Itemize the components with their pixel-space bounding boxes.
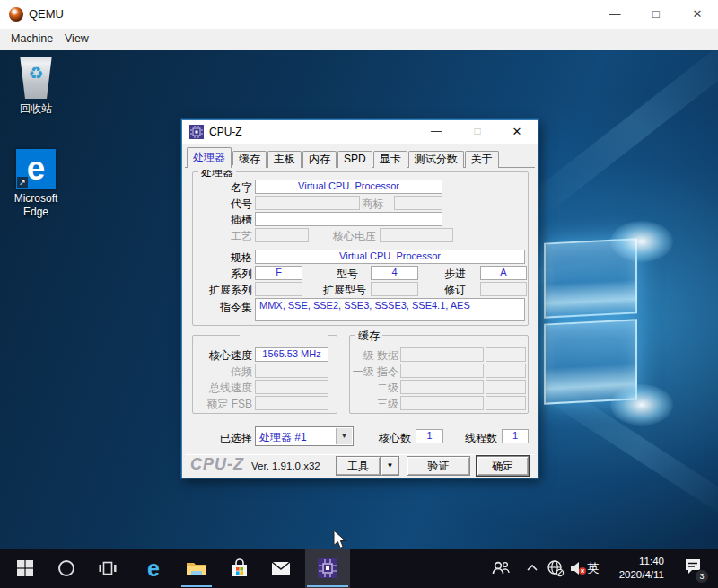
validate-button[interactable]: 验证 (407, 456, 470, 476)
selection-label: 已选择 (186, 431, 252, 446)
l3-label: 三级 (351, 397, 398, 412)
l1-data-ways-field (486, 347, 526, 362)
clock-time: 11:40 (639, 555, 664, 568)
spec-label: 规格 (186, 250, 252, 266)
family-field[interactable]: F (255, 266, 302, 280)
start-button[interactable] (7, 549, 43, 588)
instructions-field[interactable]: MMX, SSE, SSE2, SSE3, SSSE3, SSE4.1, AES (255, 298, 525, 321)
ext-model-field (371, 282, 418, 296)
dropdown-arrow-icon[interactable]: ▼ (336, 428, 352, 444)
recycle-bin-label: 回收站 (2, 102, 70, 116)
cpuz-close-button[interactable]: ✕ (502, 120, 532, 143)
qemu-window-title: QEMU (29, 7, 64, 21)
vm-screen: ♻ 回收站 e ↗ Microsoft Edge (0, 50, 718, 588)
core-speed-label: 核心速度 (186, 348, 252, 364)
notification-center-button[interactable]: 3 (675, 549, 711, 588)
processor-select-dropdown[interactable]: 处理器 #1 ▼ (255, 426, 354, 446)
name-field[interactable]: Virtual CPU Processor (255, 180, 442, 194)
desktop-icon-recycle-bin[interactable]: ♻ 回收站 (2, 56, 70, 116)
l3-field (400, 396, 484, 410)
tab-cpu[interactable]: 处理器 (187, 147, 232, 168)
tray-clock[interactable]: 11:40 2020/4/11 (607, 549, 664, 588)
multiplier-field (255, 364, 328, 378)
l1-data-label: 一级 数据 (351, 348, 398, 364)
cpuz-titlebar[interactable]: CPU-Z — □ ✕ (182, 120, 538, 144)
tray-chevron-button[interactable] (521, 549, 544, 588)
mouse-cursor (333, 530, 347, 549)
edge-label-line2: Edge (2, 206, 70, 219)
ext-family-field (255, 282, 302, 296)
menu-machine[interactable]: Machine (11, 32, 53, 45)
package-label: 插槽 (186, 213, 252, 228)
l2-ways-field (486, 380, 526, 394)
tab-about[interactable]: 关于 (465, 151, 499, 168)
tab-caches[interactable]: 缓存 (232, 151, 267, 168)
cpuz-maximize-button: □ (462, 120, 493, 143)
shortcut-arrow-icon: ↗ (17, 177, 28, 188)
cpuz-window: CPU-Z — □ ✕ 处理器 缓存 主板 内存 SPD 显卡 测试分数 关于 … (181, 119, 538, 478)
taskbar-cpuz-button[interactable] (305, 549, 350, 588)
network-globe-icon (547, 559, 565, 577)
brand-field (394, 196, 442, 210)
qemu-menubar: Machine View (0, 29, 718, 50)
tab-spd[interactable]: SPD (337, 151, 372, 168)
cpuz-minimize-button[interactable]: — (421, 120, 451, 143)
desktop-icon-edge[interactable]: e ↗ Microsoft Edge (2, 149, 70, 219)
ext-model-label: 扩展型号 (312, 283, 366, 298)
ime-indicator: 英 (588, 560, 600, 576)
core-speed-field[interactable]: 1565.53 MHz (255, 347, 328, 362)
technology-label: 工艺 (186, 229, 252, 244)
mail-icon (269, 557, 293, 580)
revision-field (480, 282, 527, 296)
stepping-label: 步进 (426, 267, 466, 282)
qemu-titlebar: QEMU — □ ✕ (0, 0, 718, 29)
model-label: 型号 (315, 267, 358, 282)
tray-network-button[interactable] (544, 549, 567, 588)
tools-button[interactable]: 工具 (336, 456, 381, 476)
tray-ime-button[interactable]: 英 (582, 549, 605, 588)
threads-label: 线程数 (452, 431, 497, 446)
menu-view[interactable]: View (65, 32, 89, 45)
tab-mainboard[interactable]: 主板 (267, 151, 302, 168)
wallpaper-glow (610, 384, 673, 426)
threads-field[interactable]: 1 (502, 429, 529, 443)
notification-badge: 3 (695, 569, 709, 584)
qemu-minimize-button[interactable]: — (594, 0, 635, 28)
taskbar-edge-button[interactable]: e (135, 549, 172, 588)
task-view-button[interactable] (90, 549, 126, 588)
package-field[interactable] (255, 212, 442, 226)
instructions-label: 指令集 (186, 300, 252, 315)
cores-field[interactable]: 1 (416, 429, 443, 443)
l1-data-field (400, 347, 484, 362)
tab-bench[interactable]: 测试分数 (408, 151, 464, 168)
wallpaper-glow (610, 221, 673, 262)
cortana-button[interactable] (48, 549, 84, 588)
l1-inst-field (400, 364, 484, 378)
cpuz-active-underline (307, 585, 348, 587)
recycle-bin-icon: ♻ (18, 56, 54, 99)
taskbar-mail-button[interactable] (262, 549, 300, 588)
recycle-symbol-icon: ♻ (18, 63, 54, 83)
tray-people-button[interactable] (487, 549, 514, 588)
ok-button[interactable]: 确定 (477, 456, 529, 476)
tab-memory[interactable]: 内存 (302, 151, 337, 168)
store-icon (229, 557, 250, 579)
l1-inst-label: 一级 指令 (351, 364, 398, 380)
tools-dropdown-button[interactable]: ▼ (381, 456, 399, 476)
tab-graphics[interactable]: 显卡 (373, 151, 407, 168)
bus-speed-label: 总线速度 (186, 381, 252, 396)
qemu-close-button[interactable]: ✕ (677, 0, 718, 28)
windows-taskbar: e (0, 549, 718, 588)
model-field[interactable]: 4 (371, 266, 418, 280)
qemu-maximize-button[interactable]: □ (635, 0, 677, 28)
taskbar-store-button[interactable] (221, 549, 258, 588)
taskbar-explorer-button[interactable] (178, 549, 215, 588)
stepping-field[interactable]: A (480, 266, 527, 280)
ext-family-label: 扩展系列 (186, 283, 252, 298)
l3-ways-field (486, 396, 526, 410)
clock-date: 2020/4/11 (619, 568, 664, 582)
cpuz-app-icon (189, 125, 204, 139)
spec-field[interactable]: Virtual CPU Processor (255, 250, 525, 264)
l1-inst-ways-field (486, 364, 526, 378)
edge-icon: e ↗ (16, 149, 56, 189)
